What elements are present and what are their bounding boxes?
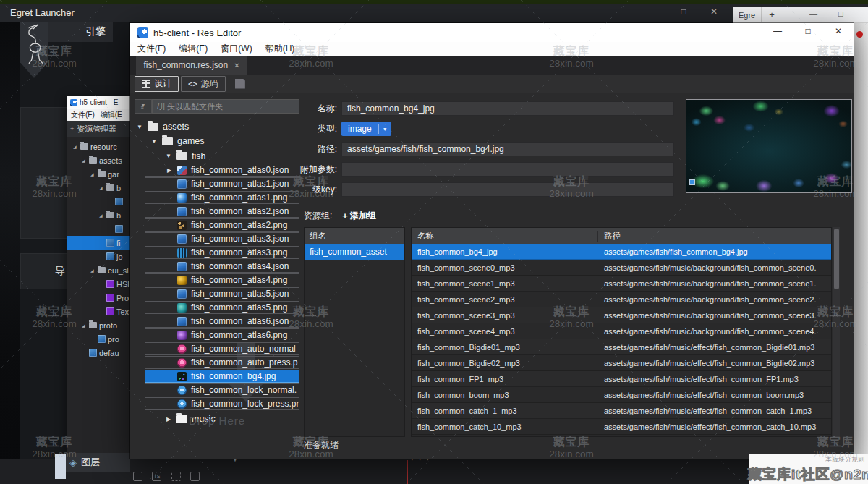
design-mode-button[interactable]: 设计: [135, 76, 179, 92]
ts-file-icon[interactable]: [152, 472, 161, 481]
tree-file-item[interactable]: fish_common_atlas6.json: [145, 315, 299, 328]
wing-tree-item[interactable]: ◢ b: [67, 208, 130, 222]
table-row[interactable]: fish_common_boom_mp3 assets/games/fish/m…: [412, 387, 831, 403]
name-input[interactable]: [341, 101, 674, 116]
browser-tabstrip: Egre + — □: [733, 7, 868, 23]
wing-titlebar: h5-client - E: [67, 96, 130, 109]
file-label: fish_common_atlas4.json: [191, 261, 289, 271]
wing-tree-item[interactable]: ◢ gar: [67, 167, 130, 181]
tab-engine[interactable]: 引擎: [48, 22, 113, 42]
menu-window[interactable]: 窗口(W): [221, 43, 252, 55]
transform-icon[interactable]: [190, 472, 200, 481]
tree-file-item[interactable]: fish_common_lock_normal.: [145, 383, 299, 396]
collapse-icon[interactable]: ▼: [150, 138, 158, 145]
wing-tree-item-label: eui_sl: [108, 266, 129, 275]
collapse-icon[interactable]: ▼: [165, 153, 172, 159]
wing-menu-edit[interactable]: 编辑(E: [101, 110, 122, 120]
wing-tree-item[interactable]: Pro: [67, 291, 130, 305]
scrollbar-thumb[interactable]: [834, 229, 839, 289]
table-row[interactable]: fish_common_scene0_mp3 assets/games/fish…: [412, 260, 831, 276]
params-input[interactable]: [341, 162, 674, 177]
browser-maximize-icon[interactable]: □: [838, 9, 843, 18]
launcher-import-card[interactable]: 导: [20, 253, 68, 289]
browser-tab[interactable]: Egre: [733, 7, 762, 22]
tree-file-item[interactable]: fish_common_atlas5.png: [145, 301, 299, 314]
group-item[interactable]: fish_common_asset: [305, 244, 404, 260]
collapse-icon[interactable]: ▼: [136, 124, 143, 130]
tree-file-item[interactable]: fish_common_atlas1.json: [145, 177, 299, 190]
file-thumbnail-icon: [177, 331, 187, 340]
new-tab-icon[interactable]: +: [762, 9, 782, 20]
launcher-maximize-icon[interactable]: □: [673, 7, 694, 17]
table-scrollbar[interactable]: [833, 227, 840, 437]
res-close-icon[interactable]: ✕: [826, 26, 851, 36]
subkey-input[interactable]: [341, 182, 674, 197]
tree-file-item[interactable]: fish_common_auto_normal: [145, 342, 299, 355]
tree-file-item[interactable]: fish_common_atlas2.json: [145, 205, 299, 218]
browser-minimize-icon[interactable]: —: [809, 9, 817, 18]
add-group-button[interactable]: + 添加组: [342, 210, 376, 222]
wing-tree-item[interactable]: Tex: [67, 305, 130, 318]
wing-tree-item[interactable]: ◢ proto: [67, 318, 130, 332]
wing-tree-item[interactable]: HSl: [67, 277, 130, 291]
wing-tree-item[interactable]: ◢ resourc: [67, 140, 130, 153]
tree-expand-icon: ◢: [82, 158, 87, 163]
wing-menu-file[interactable]: 文件(F): [71, 110, 95, 120]
res-maximize-icon[interactable]: □: [796, 26, 820, 36]
table-row[interactable]: fish_common_FP1_mp3 assets/games/fish/mu…: [412, 371, 831, 387]
launcher-card: [20, 107, 68, 239]
table-row[interactable]: fish_common_Bigdie02_mp3 assets/games/fi…: [412, 355, 831, 371]
cell-name: fish_common_scene4_mp3: [412, 327, 598, 336]
table-row[interactable]: fish_common_bg4_jpg assets/games/fish/fi…: [412, 244, 831, 260]
table-row[interactable]: fish_common_scene2_mp3 assets/games/fish…: [412, 292, 831, 307]
launcher-close-icon[interactable]: ✕: [703, 7, 725, 17]
tree-file-item[interactable]: fish_common_auto_press.p: [145, 356, 299, 369]
tab-close-icon[interactable]: ✕: [234, 61, 239, 69]
menu-help[interactable]: 帮助(H): [265, 43, 295, 55]
egret-app-icon: [137, 27, 148, 38]
tree-file-item[interactable]: fish_common_atlas5.json: [145, 287, 299, 300]
tree-file-item[interactable]: fish_common_atlas1.png: [145, 191, 299, 204]
res-minimize-icon[interactable]: —: [765, 26, 790, 36]
wing-tree-item[interactable]: fi: [67, 236, 130, 250]
table-row[interactable]: fish_common_scene1_mp3 assets/games/fish…: [412, 276, 831, 292]
tree-file-item[interactable]: fish_common_atlas3.png: [145, 246, 299, 259]
path-input[interactable]: [341, 142, 674, 156]
tab-fish-common-res-json[interactable]: fish_common.res.json ✕: [136, 56, 247, 75]
table-row[interactable]: fish_common_catch_1_mp3 assets/games/fis…: [412, 403, 831, 419]
file-type-icon: [115, 198, 123, 205]
table-row[interactable]: fish_common_scene3_mp3 assets/games/fish…: [412, 307, 831, 323]
table-row[interactable]: fish_common_Bigdie01_mp3 assets/games/fi…: [412, 339, 831, 355]
tree-file-item[interactable]: fish_common_atlas4.png: [145, 273, 299, 286]
table-row[interactable]: fish_common_scene4_mp3 assets/games/fish…: [412, 323, 831, 339]
tree-file-item[interactable]: ▶ fish_common_atlas0.json: [145, 164, 299, 177]
source-mode-button[interactable]: <> 源码: [181, 76, 226, 92]
trash-icon[interactable]: [133, 472, 142, 481]
wing-tree-item[interactable]: pro: [67, 332, 130, 346]
tree-file-item[interactable]: fish_common_lock_press.pr: [145, 397, 299, 410]
frame-select-icon[interactable]: [171, 472, 181, 481]
type-dropdown[interactable]: image ▼: [341, 122, 391, 136]
folder-icon: [176, 415, 187, 423]
tree-file-item[interactable]: fish_common_atlas6.png: [145, 328, 299, 341]
tree-file-item[interactable]: fish_common_atlas2.png: [145, 218, 299, 232]
save-icon[interactable]: [235, 79, 245, 89]
wing-tree-item[interactable]: jo: [67, 250, 130, 263]
wing-tree-item[interactable]: defau: [67, 346, 130, 360]
wing-tree-item[interactable]: ◢ assets: [67, 153, 130, 167]
tree-file-item[interactable]: fish_common_atlas3.json: [145, 232, 299, 245]
launcher-minimize-icon[interactable]: —: [640, 7, 662, 17]
preview-image: [686, 99, 852, 193]
cell-name: fish_common_Bigdie02_mp3: [412, 359, 598, 368]
tree-file-item[interactable]: fish_common_atlas4.json: [145, 260, 299, 273]
chevron-down-icon[interactable]: ▼: [379, 127, 391, 132]
wing-tree-item[interactable]: ◢ eui_sl: [67, 263, 130, 277]
menu-edit[interactable]: 编辑(E): [179, 43, 208, 55]
tree-file-item[interactable]: fish_common_bg4.jpg: [145, 370, 299, 383]
wing-tree-item[interactable]: [67, 195, 130, 208]
table-row[interactable]: fish_common_catch_10_mp3 assets/games/fi…: [412, 419, 831, 435]
wing-tree-item[interactable]: ◢ b: [67, 181, 130, 195]
layers-panel-header[interactable]: ◈ 图层: [64, 453, 130, 472]
menu-file[interactable]: 文件(F): [137, 43, 166, 55]
wing-tree-item[interactable]: [67, 222, 130, 236]
